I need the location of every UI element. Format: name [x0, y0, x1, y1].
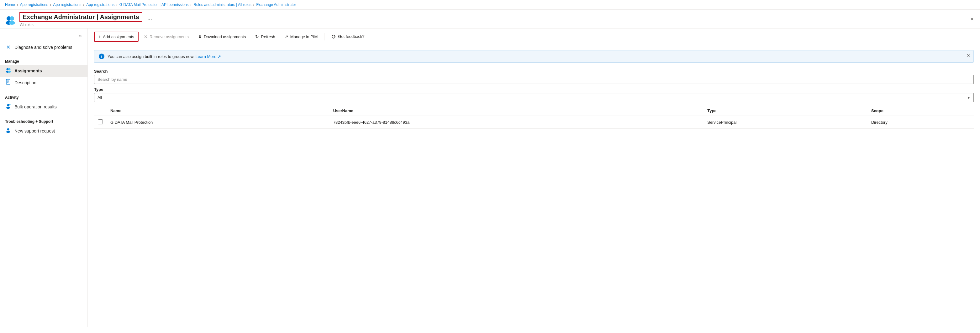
- info-banner: i You can also assign built-in roles to …: [94, 50, 974, 63]
- cell-type: ServicePrincipal: [703, 116, 867, 129]
- svg-point-13: [6, 107, 10, 109]
- add-assignments-button[interactable]: + Add assignments: [94, 32, 138, 42]
- col-header-checkbox: [94, 106, 107, 116]
- breadcrumb-sep-0: ›: [17, 3, 18, 6]
- support-section-label: Troubleshooting + Support: [0, 116, 88, 125]
- download-assignments-button[interactable]: ⬇ Download assignments: [194, 32, 250, 41]
- type-label: Type: [94, 87, 974, 92]
- svg-point-16: [6, 131, 10, 133]
- close-button[interactable]: ×: [969, 14, 975, 24]
- main-layout: « ✕ Diagnose and solve problems Manage A…: [0, 29, 980, 327]
- sidebar-item-bulk[interactable]: Bulk operation results: [0, 101, 88, 113]
- sidebar-item-diagnose-label: Diagnose and solve problems: [14, 45, 72, 50]
- sidebar-collapse[interactable]: «: [0, 31, 88, 42]
- feedback-icon: [331, 34, 336, 39]
- download-assignments-label: Download assignments: [204, 35, 246, 39]
- content-area: + Add assignments ✕ Remove assignments ⬇…: [88, 29, 980, 327]
- collapse-button[interactable]: «: [77, 32, 84, 39]
- svg-point-2: [10, 16, 14, 21]
- row-checkbox[interactable]: [98, 119, 103, 124]
- breadcrumb-app-reg-2[interactable]: App registrations: [53, 3, 81, 7]
- wrench-icon: ✕: [5, 44, 11, 50]
- sidebar-item-assignments[interactable]: Assignments: [0, 65, 88, 77]
- svg-point-17: [332, 35, 335, 38]
- breadcrumb-app-reg-3[interactable]: App registrations: [86, 3, 115, 7]
- breadcrumb-app-reg-1[interactable]: App registrations: [20, 3, 48, 7]
- type-filter-select[interactable]: All User Group ServicePrincipal: [94, 93, 974, 102]
- search-label: Search: [94, 69, 974, 74]
- breadcrumb-home[interactable]: Home: [5, 3, 15, 7]
- activity-section-label: Activity: [0, 92, 88, 101]
- info-banner-close-button[interactable]: ✕: [967, 53, 970, 58]
- sidebar-divider-1: [0, 54, 88, 54]
- col-header-username: UserName: [329, 106, 704, 116]
- title-block: Exchange Administrator | Assignments All…: [19, 12, 142, 27]
- cell-scope: Directory: [867, 116, 974, 129]
- more-options-icon[interactable]: ···: [146, 15, 153, 24]
- remove-assignments-label: Remove assignments: [150, 35, 189, 39]
- assignments-table-container: Name UserName Type Scope G DATA Mail Pro…: [88, 102, 980, 129]
- manage-pim-label: Manage in PIM: [290, 35, 318, 39]
- row-checkbox-cell: [94, 116, 107, 129]
- assignments-icon: [5, 67, 11, 74]
- manage-pim-button[interactable]: ↗ Manage in PIM: [281, 32, 321, 41]
- info-icon: i: [99, 54, 104, 59]
- bulk-icon: [5, 103, 11, 110]
- svg-point-19: [334, 36, 334, 37]
- svg-point-4: [6, 68, 9, 70]
- breadcrumb-sep-1: ›: [50, 3, 51, 6]
- breadcrumb-exchange-admin[interactable]: Exchange Administrator: [256, 3, 296, 7]
- col-header-type: Type: [703, 106, 867, 116]
- svg-point-7: [8, 71, 11, 73]
- learn-more-link[interactable]: Learn More ↗: [196, 54, 221, 59]
- type-filter-wrap: All User Group ServicePrincipal ▼: [94, 93, 974, 102]
- remove-assignments-button[interactable]: ✕ Remove assignments: [140, 32, 193, 41]
- breadcrumb: Home › App registrations › App registrat…: [0, 0, 980, 10]
- svg-point-15: [7, 128, 10, 131]
- refresh-icon: ↻: [255, 34, 259, 39]
- sidebar-item-diagnose[interactable]: ✕ Diagnose and solve problems: [0, 42, 88, 52]
- table-body: G DATA Mail Protection 78243bfb-eee6-462…: [94, 116, 974, 129]
- avatar: [5, 14, 16, 25]
- manage-section-label: Manage: [0, 56, 88, 65]
- filter-area: Search Type All User Group ServicePrinci…: [88, 67, 980, 102]
- breadcrumb-sep-2: ›: [83, 3, 84, 6]
- sidebar-item-description-label: Description: [14, 80, 37, 85]
- svg-point-6: [8, 68, 11, 70]
- page-header: Exchange Administrator | Assignments All…: [0, 10, 980, 29]
- page-subtitle: All roles: [19, 22, 142, 27]
- feedback-label: Got feedback?: [338, 34, 364, 39]
- svg-point-3: [9, 21, 15, 25]
- svg-point-18: [332, 36, 333, 37]
- refresh-label: Refresh: [261, 35, 275, 39]
- breadcrumb-sep-4: ›: [191, 3, 192, 6]
- sidebar-divider-3: [0, 114, 88, 114]
- external-link-icon: ↗: [285, 34, 288, 39]
- page-title: Exchange Administrator | Assignments: [19, 12, 142, 22]
- breadcrumb-sep-3: ›: [116, 3, 118, 6]
- sidebar-item-support[interactable]: New support request: [0, 125, 88, 137]
- sidebar-item-bulk-label: Bulk operation results: [14, 104, 57, 109]
- breadcrumb-api-permissions[interactable]: G DATA Mail Protection | API permissions: [119, 3, 189, 7]
- cell-username: 78243bfb-eee6-4627-a379-81488c6c493a: [329, 116, 704, 129]
- svg-point-14: [9, 104, 11, 106]
- breadcrumb-sep-5: ›: [253, 3, 255, 6]
- info-banner-text: You can also assign built-in roles to gr…: [108, 54, 969, 59]
- svg-point-12: [7, 104, 10, 106]
- download-icon: ⬇: [198, 34, 202, 39]
- support-icon: [5, 127, 11, 135]
- feedback-button[interactable]: Got feedback?: [327, 32, 369, 41]
- refresh-button[interactable]: ↻ Refresh: [251, 32, 279, 41]
- search-input[interactable]: [94, 75, 974, 84]
- col-header-name: Name: [107, 106, 329, 116]
- sidebar-item-support-label: New support request: [14, 128, 55, 133]
- cell-name: G DATA Mail Protection: [107, 116, 329, 129]
- toolbar: + Add assignments ✕ Remove assignments ⬇…: [88, 29, 980, 45]
- breadcrumb-roles[interactable]: Roles and administrators | All roles: [193, 3, 251, 7]
- sidebar-item-description[interactable]: Description: [0, 77, 88, 89]
- sidebar: « ✕ Diagnose and solve problems Manage A…: [0, 29, 88, 327]
- close-x-icon: ✕: [144, 34, 148, 39]
- toolbar-separator: [324, 33, 325, 40]
- plus-icon: +: [99, 34, 101, 39]
- add-assignments-label: Add assignments: [103, 35, 134, 39]
